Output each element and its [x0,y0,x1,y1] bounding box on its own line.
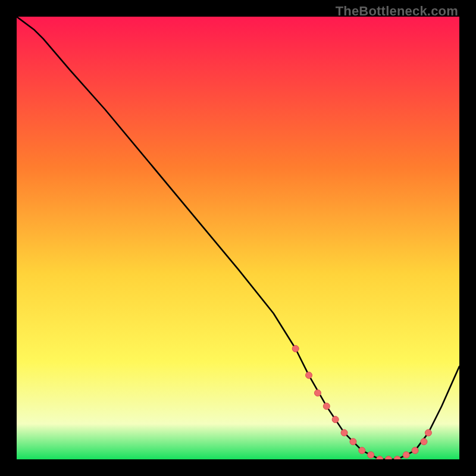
marker-point [314,390,321,396]
marker-point [350,439,356,445]
marker-point [323,403,330,409]
bottleneck-chart [17,17,459,459]
plot-area [17,17,459,459]
marker-point [421,439,427,445]
gradient-background [17,17,459,459]
marker-point [306,372,312,378]
marker-point [332,416,339,423]
marker-point [412,447,418,454]
marker-point [425,430,431,436]
marker-point [359,447,365,454]
marker-point [403,452,409,458]
marker-point [292,346,299,352]
marker-point [341,430,347,436]
marker-point [368,452,374,458]
chart-container: TheBottleneck.com [0,0,476,476]
